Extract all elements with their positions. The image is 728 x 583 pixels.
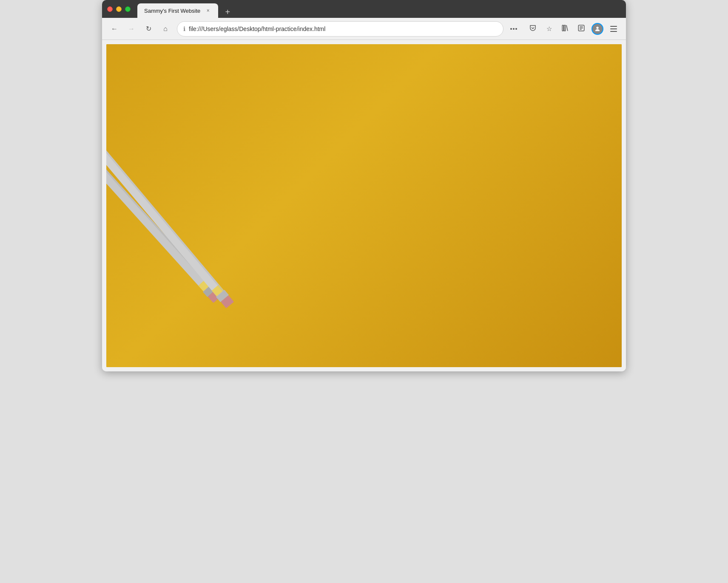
home-icon: ⌂ bbox=[163, 25, 168, 33]
dot-3 bbox=[515, 28, 517, 30]
bookmark-button[interactable]: ☆ bbox=[542, 22, 556, 36]
pocket-button[interactable] bbox=[526, 22, 540, 36]
dot-1 bbox=[510, 28, 512, 30]
refresh-icon: ↻ bbox=[146, 25, 151, 33]
hamburger-line-2 bbox=[610, 28, 617, 29]
nav-bar: ← → ↻ ⌂ ℹ bbox=[102, 18, 626, 40]
back-button[interactable]: ← bbox=[107, 22, 122, 36]
title-bar: Sammy's First Website × + bbox=[102, 0, 626, 18]
browser-window: Sammy's First Website × + ← → ↻ ⌂ ℹ bbox=[102, 0, 626, 371]
active-tab[interactable]: Sammy's First Website × bbox=[137, 3, 218, 18]
hamburger-line-1 bbox=[610, 26, 617, 27]
avatar bbox=[592, 23, 603, 35]
reader-icon bbox=[577, 24, 585, 33]
dot-2 bbox=[513, 28, 515, 30]
hamburger-line-3 bbox=[610, 31, 617, 32]
more-options-button[interactable] bbox=[508, 26, 520, 31]
library-icon bbox=[561, 24, 569, 33]
star-icon: ☆ bbox=[546, 25, 552, 33]
address-bar-container[interactable]: ℹ bbox=[177, 21, 503, 37]
close-window-button[interactable] bbox=[107, 6, 113, 12]
reader-mode-button[interactable] bbox=[574, 22, 589, 36]
library-button[interactable] bbox=[558, 22, 572, 36]
svg-point-6 bbox=[596, 26, 598, 28]
maximize-window-button[interactable] bbox=[125, 6, 131, 12]
tab-title: Sammy's First Website bbox=[144, 8, 200, 14]
svg-rect-14 bbox=[106, 138, 227, 300]
webpage-hero-image bbox=[106, 44, 622, 367]
svg-rect-1 bbox=[564, 25, 566, 31]
pencils-illustration bbox=[106, 121, 272, 367]
menu-button[interactable] bbox=[606, 22, 621, 36]
address-bar[interactable] bbox=[189, 25, 497, 32]
minimize-window-button[interactable] bbox=[116, 6, 122, 12]
content-area bbox=[102, 40, 626, 371]
tab-close-button[interactable]: × bbox=[205, 7, 211, 14]
tab-close-icon: × bbox=[207, 8, 210, 14]
refresh-button[interactable]: ↻ bbox=[141, 22, 156, 36]
tab-bar: Sammy's First Website × + bbox=[137, 0, 621, 18]
info-icon: ℹ bbox=[183, 25, 185, 32]
new-tab-button[interactable]: + bbox=[222, 6, 233, 18]
svg-rect-20 bbox=[106, 138, 227, 295]
back-icon: ← bbox=[111, 25, 118, 33]
forward-icon: → bbox=[128, 25, 135, 33]
toolbar-right: ☆ bbox=[526, 22, 621, 36]
window-controls bbox=[107, 6, 131, 12]
profile-button[interactable] bbox=[590, 22, 605, 36]
home-button[interactable]: ⌂ bbox=[158, 22, 173, 36]
pocket-icon bbox=[529, 24, 537, 33]
forward-button[interactable]: → bbox=[124, 22, 139, 36]
plus-icon: + bbox=[225, 7, 230, 17]
svg-rect-0 bbox=[562, 25, 563, 31]
